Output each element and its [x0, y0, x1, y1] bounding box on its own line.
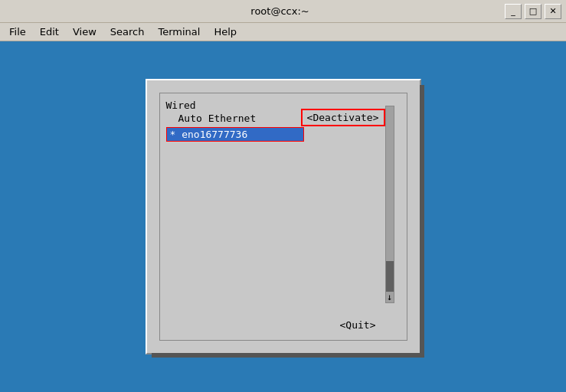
menu-terminal[interactable]: Terminal	[152, 24, 206, 39]
deactivate-button[interactable]: <Deactivate>	[301, 109, 385, 126]
scrollbar[interactable]: ↓	[385, 106, 394, 303]
dialog-inner: Wired Auto Ethernet * eno16777736 <Deact…	[159, 93, 407, 341]
selected-interface-row[interactable]: * eno16777736	[166, 127, 304, 142]
dialog-shadow-horizontal	[152, 353, 424, 358]
tui-area: Wired Auto Ethernet * eno16777736 <Deact…	[160, 93, 407, 340]
title-bar: root@ccx:~ _ □ ✕	[0, 0, 566, 23]
menu-edit[interactable]: Edit	[34, 24, 65, 39]
scrollbar-thumb[interactable]	[386, 261, 394, 292]
minimize-button[interactable]: _	[505, 4, 522, 19]
dialog-shadow-vertical	[420, 85, 424, 358]
close-button[interactable]: ✕	[545, 4, 561, 19]
window-title: root@ccx:~	[55, 5, 505, 17]
maximize-button[interactable]: □	[525, 4, 541, 19]
scrollbar-down-arrow[interactable]: ↓	[387, 292, 392, 302]
menu-view[interactable]: View	[67, 24, 103, 39]
menu-file[interactable]: File	[3, 24, 32, 39]
quit-button[interactable]: <Quit>	[340, 319, 376, 331]
main-content: Wired Auto Ethernet * eno16777736 <Deact…	[0, 41, 566, 392]
menu-bar: File Edit View Search Terminal Help	[0, 23, 566, 41]
dialog-window: Wired Auto Ethernet * eno16777736 <Deact…	[146, 79, 421, 354]
menu-help[interactable]: Help	[208, 24, 243, 39]
menu-search[interactable]: Search	[104, 24, 151, 39]
window-controls: _ □ ✕	[505, 4, 561, 19]
